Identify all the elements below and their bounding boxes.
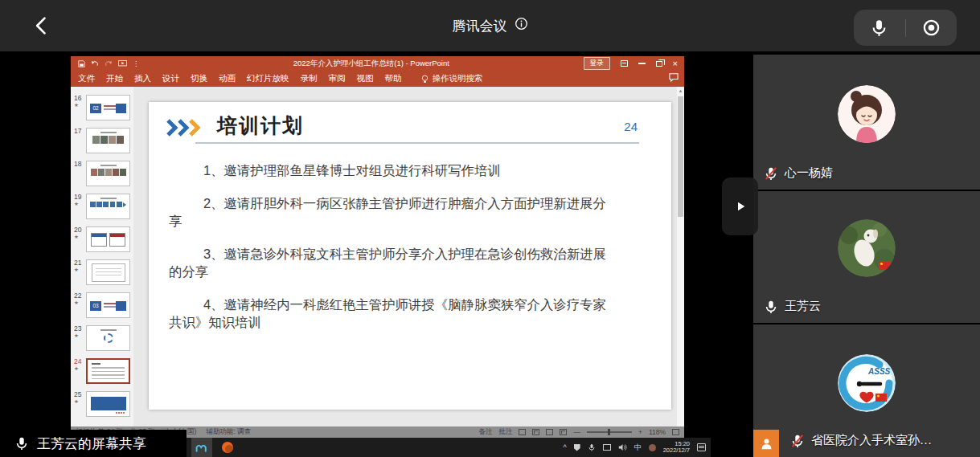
participant-tile-2[interactable]: 王芳云 [753,191,980,323]
thumbnail-row-22: 22 ★ 03 [72,292,133,318]
mic-button[interactable] [854,18,905,37]
expand-participants-button[interactable] [722,177,758,235]
slide-thumbnail-23[interactable] [86,325,130,351]
animation-star-icon: ★ [74,333,86,339]
ribbon-tab-帮助[interactable]: 帮助 [385,73,402,84]
undo-icon[interactable] [91,60,99,67]
slide-bullet-4[interactable]: 4、邀请神经内一科彪红艳主管护师讲授《脑静脉窦狭窄介入诊疗专家共识》知识培训 [169,296,613,331]
slide-thumbnail-panel: 16 ★ 02 17 18 19 ★ 20 ★ 21 ★ 22 ★ [71,87,133,426]
animation-star-icon: ★ [74,365,86,372]
normal-view-icon[interactable] [519,429,526,435]
restore-icon[interactable] [656,61,662,67]
slide-thumbnail-24[interactable] [86,358,130,384]
meeting-topbar: 腾讯会议 [0,0,980,51]
slide-thumbnail-21[interactable] [86,259,130,285]
taskbar-clock[interactable]: 15:20 2022/12/7 [663,441,690,454]
minimize-icon[interactable] [638,63,646,64]
zoom-slider-thumb[interactable] [608,429,610,435]
ribbon-tab-审阅[interactable]: 审阅 [329,73,346,84]
taskbar-app-4[interactable] [217,438,238,457]
ppt-titlebar: ⋮ 2022年介入护理小组工作总结(1) - PowerPoint 登录 × [71,56,684,71]
record-button[interactable] [906,18,957,37]
zoom-level[interactable]: 118% [649,428,666,436]
slide-bullet-3[interactable]: 3、邀请急诊外科寇文科主管护师分享介入护理在急诊创伤救治新进展的分享 [169,245,613,280]
slideshow-view-icon[interactable] [560,429,567,435]
ribbon-tab-动画[interactable]: 动画 [219,73,236,84]
participant-tile-1[interactable]: 心一杨婧 [753,55,980,190]
slide-page-number: 24 [624,120,638,133]
person-icon [760,437,773,451]
shield-icon[interactable] [574,444,580,451]
action-center-icon[interactable] [697,443,706,451]
reading-view-icon[interactable] [546,429,553,435]
slide-thumbnail-25[interactable] [86,391,130,417]
info-icon[interactable] [515,17,528,35]
zoom-slider[interactable] [587,431,632,433]
triple-chevron-icon [166,119,208,140]
slide-number: 22 [74,292,86,300]
taskbar-tencent-meeting[interactable] [191,438,212,457]
slide-thumbnail-20[interactable] [86,226,130,252]
slide-canvas[interactable]: 培训计划 24 1、邀请护理部鱼星锋博士对组员进行科研写作培训2、邀请肝胆外科一… [149,102,671,410]
ribbon-tab-插入[interactable]: 插入 [134,73,151,84]
comments-bubble-icon[interactable] [669,73,679,84]
quick-access-toolbar: ⋮ [71,60,159,67]
ribbon-tab-视图[interactable]: 视图 [357,73,374,84]
ribbon-tab-设计[interactable]: 设计 [162,73,179,84]
tray-expand-icon[interactable]: ^ [563,443,566,451]
tell-me-search[interactable]: 操作说明搜索 [421,73,483,84]
fit-to-window-icon[interactable] [672,429,679,435]
slide-number: 23 [74,325,86,333]
play-arrow-icon [733,199,748,214]
qat-more-icon[interactable]: ⋮ [133,60,139,67]
zoom-in-button[interactable]: + [638,428,642,436]
slide-thumbnail-16[interactable]: 02 [86,95,130,120]
comments-button[interactable]: 批注 [498,427,512,437]
thumbnail-row-20: 20 ★ [72,226,133,252]
thumbnail-row-18: 18 [72,161,133,186]
thumbnail-row-25: 25 ★ [72,391,133,417]
slide-thumbnail-19[interactable] [86,194,130,219]
accessibility-status[interactable]: 辅助功能: 调查 [206,427,251,437]
notes-button[interactable]: 备注 [478,427,492,437]
avatar: ASSS [838,354,896,412]
input-method-indicator[interactable]: 中 [634,443,642,453]
slide-sorter-view-icon[interactable] [532,429,539,435]
close-icon[interactable]: × [673,59,678,67]
thumbnail-meta: 24 ★ [72,358,86,384]
login-button[interactable]: 登录 [584,57,610,70]
svg-text:ASSS: ASSS [867,367,891,376]
scroll-up-arrow[interactable]: ▲ [677,87,684,95]
participant-tile-3[interactable]: ASSS 省医院介入手术室孙… [753,324,980,457]
zoom-out-button[interactable]: — [573,428,580,436]
ribbon-display-options-icon[interactable] [621,60,628,67]
slide-bullet-2[interactable]: 2、邀请肝胆外科一病区张静主管护师进行肿瘤介入方面护理新进展分享 [169,194,613,230]
tray-mic-icon[interactable] [588,443,596,451]
thumbnail-row-17: 17 [72,128,133,153]
ribbon-tab-录制[interactable]: 录制 [301,73,318,84]
slide-thumbnail-22[interactable]: 03 [86,292,130,318]
slide-number: 19 [74,194,86,201]
meeting-title: 腾讯会议 [453,17,507,35]
slide-number: 20 [74,226,86,234]
display-icon[interactable] [603,444,611,451]
redo-icon[interactable] [105,60,113,67]
ribbon-tab-切换[interactable]: 切换 [191,73,207,84]
share-banner: 王芳云的屏幕共享 [0,430,187,457]
save-icon[interactable] [78,60,85,67]
ribbon-tab-开始[interactable]: 开始 [106,73,123,84]
participant-name: 省医院介入手术室孙… [811,433,932,448]
volume-icon[interactable] [618,443,627,451]
ribbon-tab-文件[interactable]: 文件 [78,73,95,84]
start-slideshow-icon[interactable] [118,60,127,67]
thumbnail-meta: 18 [72,161,86,186]
slide-bullet-1[interactable]: 1、邀请护理部鱼星锋博士对组员进行科研写作培训 [169,161,613,179]
slide-scrollbar[interactable]: ▲ [677,87,684,426]
ribbon-tab-幻灯片放映[interactable]: 幻灯片放映 [247,73,289,84]
scrollbar-thumb[interactable] [678,96,683,217]
slide-number: 24 [74,358,86,365]
slide-thumbnail-17[interactable] [86,128,130,153]
tray-app-icon[interactable] [649,444,656,451]
muted-mic-icon [790,434,805,448]
slide-thumbnail-18[interactable] [86,161,130,186]
